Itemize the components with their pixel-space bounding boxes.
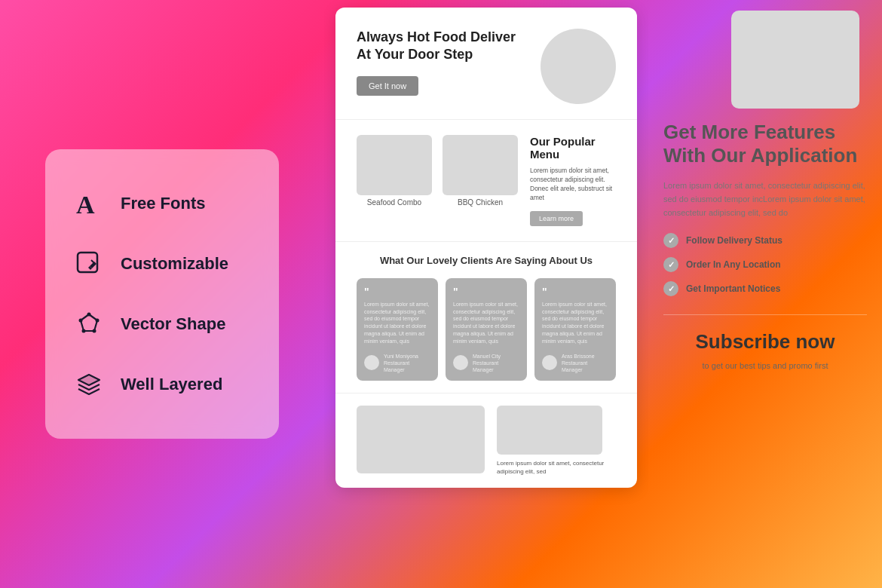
wf-learn-more-button[interactable]: Learn more — [530, 211, 583, 226]
wf-testimonials-title: What Our Lovely Clients Are Saying About… — [357, 254, 616, 268]
wf-hero-section: Always Hot Food Deliver At Your Door Ste… — [335, 8, 637, 120]
right-feature-item-1: Order In Any Location — [663, 257, 867, 272]
check-icon-1 — [663, 257, 678, 272]
wf-reviewer-0: Yuni Moniyona Restaurant Manager — [364, 353, 430, 373]
wf-seafood-placeholder — [357, 135, 432, 195]
wf-seafood-label: Seafood Combo — [357, 198, 432, 207]
subscribe-title: Subscribe now — [663, 330, 867, 354]
wf-menu-text: Our Popular Menu Lorem ipsum dolor sit a… — [530, 135, 616, 226]
right-heading: Get More Features With Our Application — [663, 121, 867, 167]
feature-label-vector-shape: Vector Shape — [121, 314, 225, 334]
svg-point-7 — [79, 319, 83, 323]
wf-quote-2: " — [542, 286, 608, 298]
right-feature-label-2: Get Important Notices — [686, 283, 780, 294]
wf-avatar-1 — [453, 355, 468, 370]
wf-bbq-placeholder — [443, 135, 518, 195]
wf-reviewer-1: Manuel City Restaurant Manager — [453, 353, 519, 373]
right-divider — [663, 314, 867, 315]
check-icon-2 — [663, 281, 678, 296]
wf-bottom-img-2 — [497, 406, 602, 455]
right-feature-label-0: Follow Delivery Status — [686, 235, 782, 246]
font-icon: A — [72, 187, 106, 220]
wf-testimonial-text-2: Lorem ipsum color sit amet, consectetur … — [542, 301, 608, 345]
svg-point-5 — [93, 329, 96, 333]
svg-point-4 — [96, 319, 100, 323]
right-panel: Get More Features With Our Application L… — [648, 0, 882, 588]
feature-item-vector-shape: Vector Shape — [72, 294, 252, 354]
feature-item-free-fonts: A Free Fonts — [72, 173, 252, 234]
left-panel: A Free Fonts Customizable — [0, 0, 324, 588]
middle-panel: Always Hot Food Deliver At Your Door Ste… — [324, 0, 648, 588]
wf-quote-0: " — [364, 286, 430, 298]
layers-icon — [72, 368, 106, 401]
wf-menu-title: Our Popular Menu — [530, 135, 616, 161]
wf-hero-text: Always Hot Food Deliver At Your Door Ste… — [357, 29, 531, 96]
wf-bottom-img-1 — [357, 406, 485, 473]
svg-point-6 — [82, 329, 86, 333]
wf-avatar-0 — [364, 355, 379, 370]
wf-menu-img-row: Seafood Combo BBQ Chicken — [357, 135, 518, 207]
feature-label-well-layered: Well Layered — [121, 375, 222, 394]
wf-reviewer-name-2: Aras Brissone — [562, 353, 608, 360]
wf-quote-1: " — [453, 286, 519, 298]
subscribe-section: Subscribe now to get our best tips and p… — [663, 330, 867, 372]
wf-bbq-img: BBQ Chicken — [443, 135, 518, 207]
right-feature-list: Follow Delivery Status Order In Any Loca… — [663, 233, 867, 296]
svg-point-3 — [87, 313, 91, 317]
wf-testimonial-text-1: Lorem ipsum color sit amet, consectetur … — [453, 301, 519, 345]
wf-reviewer-info-1: Manuel City Restaurant Manager — [473, 353, 519, 373]
subscribe-description: to get our best tips and promo first — [663, 360, 867, 372]
wf-testimonials-section: What Our Lovely Clients Are Saying About… — [335, 242, 637, 394]
feature-card: A Free Fonts Customizable — [45, 149, 279, 439]
wf-testimonial-cards: " Lorem ipsum dolor sit amet, consectetu… — [357, 278, 616, 381]
right-app-image — [731, 11, 859, 109]
wf-menu-section: Seafood Combo BBQ Chicken Our Popular Me… — [335, 120, 637, 242]
feature-label-customizable: Customizable — [121, 254, 228, 274]
right-feature-item-2: Get Important Notices — [663, 281, 867, 296]
vector-icon — [72, 308, 106, 341]
wf-reviewer-name-1: Manuel City — [473, 353, 519, 360]
edit-icon — [72, 247, 106, 280]
wf-reviewer-name-0: Yuni Moniyona — [384, 353, 430, 360]
wf-reviewer-info-2: Aras Brissone Restaurant Manager — [562, 353, 608, 373]
wf-testimonial-text-0: Lorem ipsum dolor sit amet, consectetur … — [364, 301, 430, 345]
wf-avatar-2 — [542, 355, 557, 370]
wf-reviewer-info-0: Yuni Moniyona Restaurant Manager — [384, 353, 430, 373]
check-icon-0 — [663, 233, 678, 248]
right-description: Lorem ipsum dolor sit amet, consectetur … — [663, 179, 867, 219]
wf-hero-title: Always Hot Food Deliver At Your Door Ste… — [357, 29, 531, 64]
feature-label-free-fonts: Free Fonts — [121, 194, 205, 213]
wf-bottom-description: Lorem ipsum dolor sit amet, consectetur … — [497, 459, 616, 476]
wf-reviewer-role-0: Restaurant Manager — [384, 360, 430, 373]
feature-item-customizable: Customizable — [72, 234, 252, 294]
right-feature-label-1: Order In Any Location — [686, 259, 781, 270]
wireframe-preview: Always Hot Food Deliver At Your Door Ste… — [335, 8, 637, 488]
wf-menu-description: Lorem ipsum dolor sit amet, consectetur … — [530, 167, 616, 203]
feature-item-well-layered: Well Layered — [72, 354, 252, 415]
wf-bbq-label: BBQ Chicken — [443, 198, 518, 207]
wf-reviewer-role-1: Restaurant Manager — [473, 360, 519, 373]
wf-testimonial-card-2: " Lorem ipsum color sit amet, consectetu… — [534, 278, 616, 381]
wf-hero-image — [541, 29, 616, 104]
right-feature-item-0: Follow Delivery Status — [663, 233, 867, 248]
wf-get-it-now-button[interactable]: Get It now — [357, 76, 418, 96]
svg-text:A: A — [76, 191, 95, 218]
wf-seafood-img: Seafood Combo — [357, 135, 432, 207]
wf-reviewer-2: Aras Brissone Restaurant Manager — [542, 353, 608, 373]
wf-bottom-right: Lorem ipsum dolor sit amet, consectetur … — [497, 406, 616, 476]
wf-testimonial-card-1: " Lorem ipsum color sit amet, consectetu… — [446, 278, 527, 381]
wf-bottom-section: Lorem ipsum dolor sit amet, consectetur … — [335, 394, 637, 488]
wf-reviewer-role-2: Restaurant Manager — [562, 360, 608, 373]
wf-menu-images: Seafood Combo BBQ Chicken — [357, 135, 518, 207]
wf-testimonial-card-0: " Lorem ipsum dolor sit amet, consectetu… — [357, 278, 438, 381]
